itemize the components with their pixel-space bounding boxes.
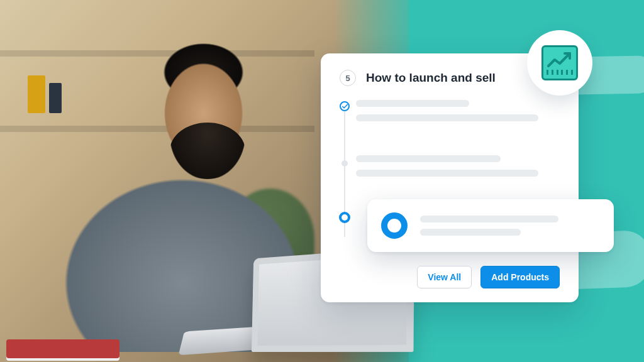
card-header: 5 How to launch and sell xyxy=(340,70,560,86)
placeholder-line xyxy=(420,229,521,236)
placeholder-line xyxy=(356,114,538,121)
placeholder-line xyxy=(420,216,558,222)
check-icon xyxy=(342,101,348,112)
current-step-card[interactable] xyxy=(367,199,614,252)
placeholder-line xyxy=(356,100,469,107)
button-label: View All xyxy=(428,272,461,282)
notebook xyxy=(6,339,119,358)
current-step-lines xyxy=(420,216,600,236)
analytics-badge xyxy=(527,30,592,96)
checklist-timeline xyxy=(340,99,560,250)
progress-ring-icon xyxy=(381,212,408,239)
person-beard xyxy=(170,123,245,179)
card-footer: View All Add Products xyxy=(417,266,560,288)
step-placeholder-group xyxy=(356,100,538,129)
step-node-current xyxy=(339,212,350,223)
placeholder-line xyxy=(356,170,538,177)
add-products-button[interactable]: Add Products xyxy=(480,266,560,288)
step-node-completed xyxy=(340,101,350,111)
analytics-growth-icon xyxy=(541,45,578,80)
step-placeholder-group xyxy=(356,155,538,184)
placeholder-line xyxy=(356,155,501,162)
marketing-hero: 5 How to launch and sell xyxy=(0,0,644,362)
book xyxy=(28,75,45,113)
step-number: 5 xyxy=(345,74,350,83)
step-number-badge: 5 xyxy=(340,70,356,86)
axis-ticks xyxy=(547,70,573,76)
card-title: How to launch and sell xyxy=(366,71,496,85)
view-all-button[interactable]: View All xyxy=(417,266,472,288)
step-node-upcoming xyxy=(341,160,348,167)
onboarding-card: 5 How to launch and sell xyxy=(321,53,579,302)
button-label: Add Products xyxy=(491,272,549,282)
